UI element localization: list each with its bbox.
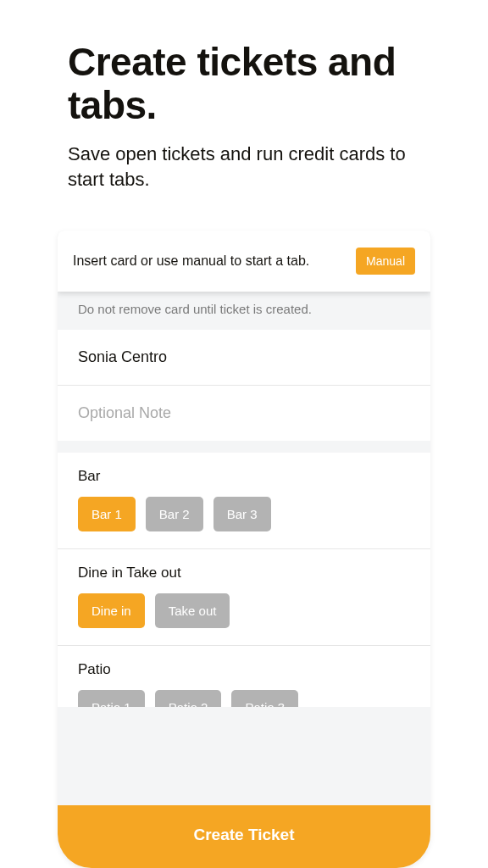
option-row-bar: Bar 1 Bar 2 Bar 3	[78, 497, 410, 531]
option-patio-2[interactable]: Patio 2	[155, 690, 222, 707]
option-patio-3[interactable]: Patio 3	[231, 690, 298, 707]
section-divider	[58, 441, 430, 453]
option-row-dine: Dine in Take out	[78, 593, 410, 628]
hero-title: Create tickets and tabs.	[68, 41, 420, 126]
phone-frame: Insert card or use manual to start a tab…	[58, 231, 430, 868]
scroll-area: Do not remove card until ticket is creat…	[58, 288, 430, 805]
option-bar-3[interactable]: Bar 3	[214, 497, 271, 531]
category-bar: Bar Bar 1 Bar 2 Bar 3	[58, 453, 430, 549]
option-patio-1[interactable]: Patio 1	[78, 690, 145, 707]
option-dine-in[interactable]: Dine in	[78, 593, 145, 628]
optional-note-field[interactable]: Optional Note	[58, 386, 430, 441]
option-bar-2[interactable]: Bar 2	[146, 497, 203, 531]
option-take-out[interactable]: Take out	[155, 593, 230, 628]
category-dine-takeout: Dine in Take out Dine in Take out	[58, 549, 430, 646]
card-warning: Do not remove card until ticket is creat…	[58, 288, 430, 330]
option-row-patio: Patio 1 Patio 2 Patio 3	[78, 690, 410, 707]
customer-name-field[interactable]: Sonia Centro	[58, 330, 430, 386]
category-patio: Patio Patio 1 Patio 2 Patio 3	[58, 646, 430, 707]
category-label-bar: Bar	[78, 468, 410, 485]
hero-section: Create tickets and tabs. Save open ticke…	[0, 0, 488, 223]
input-section: Sonia Centro Optional Note	[58, 330, 430, 441]
top-notice-bar: Insert card or use manual to start a tab…	[58, 231, 430, 292]
manual-button[interactable]: Manual	[356, 248, 415, 275]
option-bar-1[interactable]: Bar 1	[78, 497, 136, 531]
create-ticket-button[interactable]: Create Ticket	[58, 805, 430, 868]
category-label-patio: Patio	[78, 661, 410, 678]
top-notice-text: Insert card or use manual to start a tab…	[73, 253, 309, 269]
hero-subtitle: Save open tickets and run credit cards t…	[68, 142, 420, 192]
category-label-dine: Dine in Take out	[78, 565, 410, 581]
